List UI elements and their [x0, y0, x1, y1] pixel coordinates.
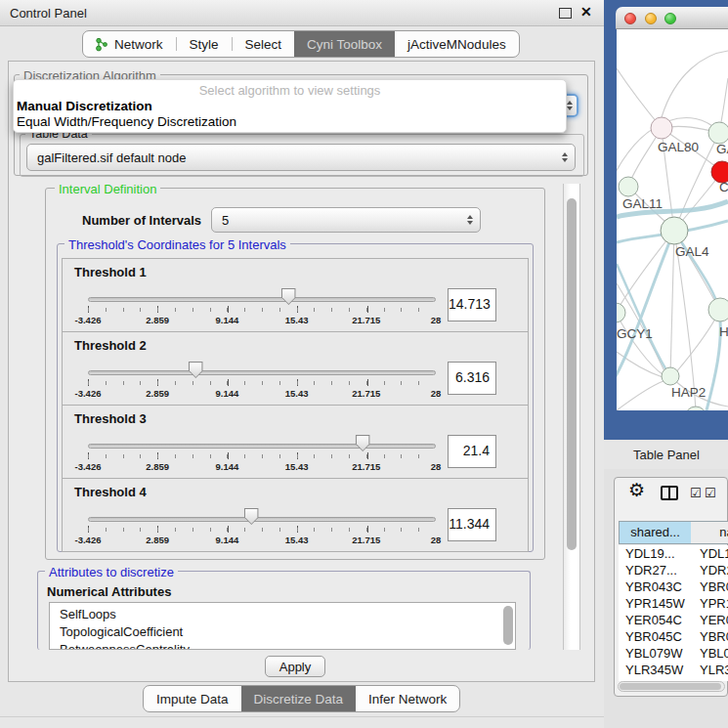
- tab-network-label: Network: [114, 37, 163, 52]
- apply-button[interactable]: Apply: [265, 656, 325, 677]
- node-hap2[interactable]: [662, 367, 679, 385]
- tab-infer-network[interactable]: Infer Network: [356, 686, 459, 711]
- combo-arrows-icon: [562, 152, 568, 162]
- slider-track[interactable]: [88, 370, 436, 375]
- threshold-label: Threshold 4: [74, 485, 147, 499]
- table-data-combobox[interactable]: galFiltered.sif default node: [26, 144, 576, 171]
- dropdown-option-manual[interactable]: Manual Discretization: [17, 99, 152, 113]
- node-h[interactable]: [708, 298, 728, 321]
- slider-thumb[interactable]: [244, 508, 259, 525]
- dropdown-placeholder: Select algorithm to view settings: [14, 83, 566, 98]
- tick-label: 15.43: [285, 315, 309, 325]
- tab-style[interactable]: Style: [177, 31, 232, 57]
- tick-label: 28: [431, 461, 442, 472]
- close-icon[interactable]: ✕: [580, 4, 592, 20]
- table-cell[interactable]: YDR27...: [625, 562, 699, 578]
- table-cell[interactable]: YBR0: [700, 628, 728, 645]
- threshold-2-panel: Threshold 2 -3.426 2.859 9.144 15.43 21.…: [62, 331, 529, 406]
- table-horizontal-scrollbar[interactable]: [618, 681, 725, 692]
- slider-thumb[interactable]: [189, 362, 203, 378]
- node-top-right[interactable]: [708, 122, 728, 144]
- tab-impute-data[interactable]: Impute Data: [144, 686, 241, 711]
- attributes-group-title: Attributes to discretize: [45, 565, 178, 579]
- settings-scrollbar[interactable]: [563, 184, 580, 650]
- split-columns-icon[interactable]: [661, 486, 678, 500]
- network-view-canvas[interactable]: GAL80 GA C GAL11 GAL4 GCY1 H HAP2: [617, 29, 728, 410]
- network-window-titlebar[interactable]: [616, 7, 728, 29]
- table-cell[interactable]: YER054C: [625, 612, 699, 628]
- slider-thumb[interactable]: [281, 288, 296, 305]
- numerical-attributes-label: Numerical Attributes: [47, 584, 171, 599]
- thresholds-group-title: Threshold's Coordinates for 5 Intervals: [64, 237, 290, 252]
- scrollbar-thumb[interactable]: [567, 198, 577, 550]
- threshold-2-slider[interactable]: -3.426 2.859 9.144 15.43 21.715 28: [88, 367, 436, 401]
- threshold-value-field[interactable]: 6.316: [448, 362, 496, 395]
- close-traffic-icon[interactable]: [624, 13, 636, 24]
- intervals-value: 5: [222, 213, 229, 228]
- node-bottom[interactable]: [685, 407, 707, 410]
- tick-label: 28: [431, 315, 442, 325]
- node-gal80[interactable]: [651, 117, 672, 139]
- slider-track[interactable]: [88, 444, 436, 449]
- threshold-1-slider[interactable]: -3.426 2.859 9.144 15.43 21.715 28: [88, 294, 436, 327]
- table-cell[interactable]: YBR043C: [625, 578, 699, 595]
- table-cell[interactable]: YLR345W: [625, 662, 699, 678]
- threshold-label: Threshold 3: [74, 411, 147, 426]
- table-cell[interactable]: YBL079W: [625, 645, 699, 662]
- tab-cyni-toolbox[interactable]: Cyni Toolbox: [294, 31, 395, 57]
- threshold-value-field[interactable]: 14.713: [448, 288, 496, 321]
- number-of-intervals-label: Number of Intervals: [82, 213, 201, 228]
- slider-track[interactable]: [88, 517, 436, 522]
- table-panel-title: Table Panel: [633, 448, 700, 462]
- threshold-label: Threshold 1: [74, 265, 147, 279]
- tick-label: 21.715: [352, 461, 380, 472]
- tab-discretize-data[interactable]: Discretize Data: [241, 686, 357, 711]
- table-cell[interactable]: YDR2: [700, 562, 728, 578]
- table-cell[interactable]: YER0: [700, 612, 728, 628]
- list-item[interactable]: BetweennessCentrality: [50, 641, 515, 650]
- table-cell[interactable]: YBL0: [700, 645, 728, 662]
- list-item[interactable]: TopologicalCoefficient: [50, 623, 515, 641]
- node-label: GAL11: [622, 196, 663, 211]
- threshold-value-field[interactable]: 11.344: [448, 508, 496, 541]
- gear-icon[interactable]: ⚙: [628, 481, 645, 499]
- tab-select[interactable]: Select: [233, 31, 295, 57]
- checkbox-icon[interactable]: ☑: [705, 486, 716, 500]
- slider-track[interactable]: [88, 297, 436, 302]
- table-cell[interactable]: YDL19...: [625, 545, 699, 562]
- combo-arrows-icon: [567, 101, 573, 110]
- table-cell[interactable]: YDL1: [700, 545, 728, 562]
- column-header-name[interactable]: name: [691, 521, 728, 544]
- list-scrollbar[interactable]: [503, 606, 513, 645]
- zoom-traffic-icon[interactable]: [664, 13, 676, 24]
- node-gcy1[interactable]: [617, 303, 625, 322]
- node-gal4[interactable]: [661, 217, 688, 244]
- table-cell[interactable]: YBR045C: [625, 628, 699, 645]
- node-gal11[interactable]: [619, 177, 638, 196]
- tick-label: 9.144: [216, 461, 239, 472]
- list-item[interactable]: SelfLoops: [50, 603, 515, 623]
- network-nodes[interactable]: [617, 117, 728, 410]
- minimize-traffic-icon[interactable]: [645, 13, 657, 24]
- float-window-icon[interactable]: [559, 8, 572, 19]
- checkbox-icon[interactable]: ☑: [690, 486, 702, 500]
- network-icon: [96, 37, 108, 52]
- slider-thumb[interactable]: [356, 435, 370, 451]
- network-graph: GAL80 GA C GAL11 GAL4 GCY1 H HAP2: [617, 29, 728, 410]
- dropdown-option-equal-width[interactable]: Equal Width/Frequency Discretization: [17, 114, 236, 129]
- table-cell[interactable]: YPR1: [700, 595, 728, 612]
- number-of-intervals-combobox[interactable]: 5: [211, 207, 481, 233]
- threshold-3-slider[interactable]: -3.426 2.859 9.144 15.43 21.715 28: [88, 441, 436, 474]
- threshold-value-field[interactable]: 21.4: [448, 435, 496, 468]
- scrollbar-thumb[interactable]: [620, 683, 721, 690]
- table-cell[interactable]: YLR3: [700, 662, 728, 678]
- table-cell[interactable]: YBR0: [700, 578, 728, 595]
- tick-label: 15.43: [285, 461, 309, 472]
- threshold-4-slider[interactable]: -3.426 2.859 9.144 15.43 21.715 28: [88, 514, 436, 547]
- algorithm-dropdown-popup: Select algorithm to view settings Manual…: [13, 79, 567, 133]
- tab-network[interactable]: Network: [83, 31, 176, 57]
- tab-jactivemnodules[interactable]: jActiveMNodules: [395, 31, 519, 57]
- table-cell[interactable]: YPR145W: [625, 595, 699, 612]
- attributes-list: SelfLoops TopologicalCoefficient Between…: [49, 602, 516, 650]
- column-header-shared-name[interactable]: shared...: [619, 521, 692, 544]
